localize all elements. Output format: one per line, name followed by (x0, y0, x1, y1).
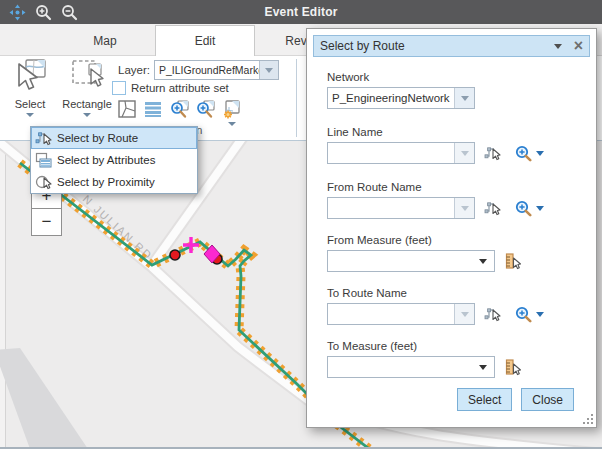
layer-combobox[interactable]: P_ILIGroundRefMarkers (154, 60, 279, 80)
layer-dropdown-button[interactable] (259, 61, 278, 79)
menu-item-label: Select by Route (57, 132, 138, 144)
to-route-value (328, 304, 454, 324)
panel-header[interactable]: Select by Route × (313, 35, 590, 57)
to-measure-value (328, 357, 479, 377)
from-measure-label: From Measure (feet) (327, 234, 582, 246)
ribbon-separator (296, 59, 297, 137)
to-measure-caret[interactable] (479, 365, 487, 370)
network-value: P_EngineeringNetwork (328, 88, 454, 108)
menu-item-select-by-route[interactable]: Select by Route (31, 127, 197, 149)
select-by-attributes-icon (35, 152, 52, 168)
to-measure-pick-icon[interactable] (504, 359, 521, 376)
line-select-on-map-icon[interactable] (484, 145, 501, 161)
select-tool-icon (13, 58, 47, 92)
from-route-value (328, 198, 454, 218)
select-by-route-icon (35, 130, 52, 146)
select-tool-label: Select (4, 98, 56, 110)
line-zoom-caret[interactable] (536, 151, 544, 156)
tab-map[interactable]: Map (55, 26, 155, 55)
rectangle-tool-button[interactable]: Rectangle (58, 58, 116, 117)
line-name-label: Line Name (327, 126, 582, 138)
map-edge-strip (0, 141, 5, 449)
panel-close-icon[interactable]: × (574, 39, 583, 53)
from-measure-pick-icon[interactable] (504, 253, 521, 270)
line-name-combobox[interactable] (327, 142, 475, 164)
app-titlebar: Event Editor (0, 0, 602, 24)
from-measure-caret[interactable] (479, 259, 487, 264)
attribute-list-icon[interactable] (143, 99, 163, 119)
rectangle-dropdown-caret[interactable] (83, 113, 91, 117)
network-dropdown-button[interactable] (454, 88, 474, 108)
menu-item-select-by-proximity[interactable]: Select by Proximity (31, 171, 197, 193)
line-zoom-icon[interactable] (515, 145, 532, 162)
network-combobox[interactable]: P_EngineeringNetwork (327, 87, 475, 109)
line-name-value (328, 143, 454, 163)
from-measure-value (328, 251, 479, 271)
select-dropdown-caret[interactable] (26, 113, 34, 117)
layer-value: P_ILIGroundRefMarkers (155, 61, 259, 79)
from-route-zoom-icon[interactable] (515, 200, 532, 217)
selection-options-icon[interactable] (221, 99, 241, 119)
rectangle-tool-icon (70, 58, 104, 92)
line-name-dropdown-button[interactable] (454, 143, 474, 163)
event-editor-window: N JULIAN RD + − (0, 0, 602, 449)
tab-edit[interactable]: Edit (155, 25, 255, 56)
zoom-to-selection-icon[interactable] (169, 99, 189, 119)
to-route-zoom-caret[interactable] (536, 312, 544, 317)
event-point-marker[interactable] (170, 250, 180, 260)
network-label: Network (327, 71, 582, 83)
from-route-dropdown-button[interactable] (454, 198, 474, 218)
return-attribute-set-label: Return attribute set (131, 82, 229, 94)
menu-item-label: Select by Attributes (57, 154, 155, 166)
to-measure-combobox[interactable] (327, 356, 495, 378)
selection-options-caret[interactable] (228, 122, 236, 126)
menu-item-label: Select by Proximity (57, 176, 155, 188)
select-dropdown-menu: Select by Route Select by Attributes Sel… (30, 126, 198, 194)
from-route-zoom-caret[interactable] (536, 206, 544, 211)
map-zoom-out-button[interactable]: − (31, 209, 62, 236)
from-route-select-on-map-icon[interactable] (484, 200, 501, 216)
select-button[interactable]: Select (457, 388, 512, 411)
to-route-label: To Route Name (327, 287, 582, 299)
close-button[interactable]: Close (521, 388, 574, 411)
to-measure-label: To Measure (feet) (327, 340, 582, 352)
select-features-icon[interactable] (117, 99, 137, 119)
pan-to-selection-icon[interactable] (195, 99, 215, 119)
panel-collapse-caret[interactable] (554, 44, 562, 49)
to-route-select-on-map-icon[interactable] (484, 306, 501, 322)
return-attribute-set-checkbox[interactable] (112, 81, 126, 95)
select-by-route-panel: Select by Route × Network P_EngineeringN… (306, 28, 597, 428)
from-route-combobox[interactable] (327, 197, 475, 219)
app-title: Event Editor (0, 5, 602, 19)
selection-tools-row (117, 99, 241, 119)
select-tool-button[interactable]: Select (4, 58, 56, 117)
menu-item-select-by-attributes[interactable]: Select by Attributes (31, 149, 197, 171)
from-route-label: From Route Name (327, 181, 582, 193)
layer-label: Layer: (118, 64, 150, 76)
to-route-dropdown-button[interactable] (454, 304, 474, 324)
to-route-combobox[interactable] (327, 303, 475, 325)
rectangle-tool-label: Rectangle (58, 98, 116, 110)
panel-title: Select by Route (320, 39, 554, 53)
from-measure-combobox[interactable] (327, 250, 495, 272)
select-by-proximity-icon (35, 174, 52, 190)
to-route-zoom-icon[interactable] (515, 306, 532, 323)
panel-resize-grip[interactable] (581, 412, 593, 424)
